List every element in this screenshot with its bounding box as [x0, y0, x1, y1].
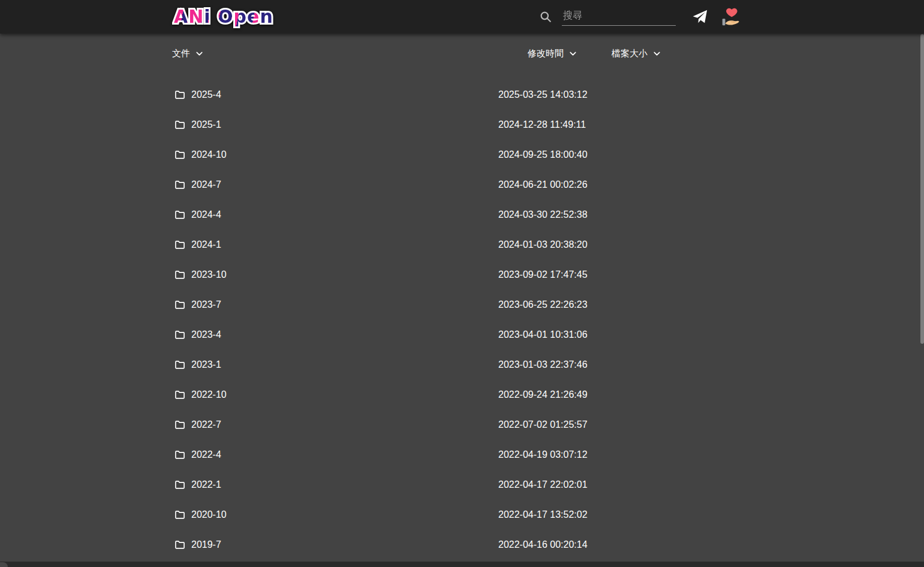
file-name: 2019-7	[191, 539, 221, 550]
app-logo-text: ANi Open	[174, 6, 273, 27]
file-modified: 2024-09-25 18:00:40	[498, 149, 612, 160]
file-name: 2022-10	[191, 389, 227, 400]
folder-icon	[174, 299, 186, 311]
file-row[interactable]: 2025-4 2025-03-25 14:03:12	[174, 80, 742, 110]
telegram-paper-plane-icon	[690, 8, 709, 26]
folder-icon	[174, 509, 186, 521]
file-row[interactable]: 2022-1 2022-04-17 22:02:01	[174, 470, 742, 500]
file-name-cell: 2023-10	[174, 269, 498, 281]
file-row[interactable]: 2025-1 2024-12-28 11:49:11	[174, 110, 742, 140]
sort-by-size-button[interactable]: 檔案大小	[612, 40, 662, 67]
file-name-cell: 2023-7	[174, 299, 498, 311]
file-name-cell: 2022-4	[174, 449, 498, 461]
file-modified: 2023-04-01 10:31:06	[498, 329, 612, 340]
sort-size-label: 檔案大小	[612, 48, 648, 59]
file-modified: 2023-09-02 17:47:45	[498, 269, 612, 280]
file-row[interactable]: 2022-10 2022-09-24 21:26:49	[174, 380, 742, 410]
file-name-cell: 2024-4	[174, 209, 498, 221]
app-bar: ANi Open ANi Open	[0, 0, 924, 34]
file-name-cell: 2024-1	[174, 239, 498, 251]
telegram-button[interactable]	[690, 8, 709, 26]
file-list: 2025-4 2025-03-25 14:03:12 2025-1 2024-1…	[174, 80, 742, 560]
file-browser: 文件 修改時間 檔案大小 2	[174, 40, 742, 560]
file-modified: 2023-06-25 22:26:23	[498, 299, 612, 310]
app-bar-actions	[539, 5, 742, 28]
sort-header-row: 文件 修改時間 檔案大小	[174, 40, 742, 67]
file-name-cell: 2022-1	[174, 479, 498, 491]
sort-by-name-button[interactable]: 文件	[172, 40, 204, 67]
file-modified: 2024-06-21 00:02:26	[498, 179, 612, 190]
app-logo[interactable]: ANi Open ANi Open	[174, 6, 273, 28]
donate-button[interactable]	[720, 5, 742, 28]
file-modified: 2024-01-03 20:38:20	[498, 239, 612, 250]
chevron-down-icon	[194, 49, 204, 59]
file-modified: 2023-01-03 22:37:46	[498, 359, 612, 370]
sort-name-label: 文件	[172, 48, 190, 59]
file-modified: 2025-03-25 14:03:12	[498, 89, 612, 100]
file-name: 2022-1	[191, 479, 221, 490]
folder-icon	[174, 149, 186, 161]
file-name-cell: 2023-4	[174, 329, 498, 341]
file-row[interactable]: 2022-7 2022-07-02 01:25:57	[174, 410, 742, 440]
file-name: 2022-7	[191, 419, 221, 430]
search-input[interactable]	[562, 8, 676, 26]
folder-icon	[174, 449, 186, 461]
folder-icon	[174, 359, 186, 371]
file-name-cell: 2024-10	[174, 149, 498, 161]
file-row[interactable]: 2024-7 2024-06-21 00:02:26	[174, 170, 742, 200]
file-row[interactable]: 2023-7 2023-06-25 22:26:23	[174, 290, 742, 320]
file-modified: 2024-12-28 11:49:11	[498, 119, 612, 130]
file-name: 2022-4	[191, 449, 221, 460]
folder-icon	[174, 89, 186, 101]
file-name: 2024-1	[191, 239, 221, 250]
file-modified: 2022-07-02 01:25:57	[498, 419, 612, 430]
folder-icon	[174, 119, 186, 131]
file-name-cell: 2023-1	[174, 359, 498, 371]
file-name: 2025-1	[191, 119, 221, 130]
file-name-cell: 2025-1	[174, 119, 498, 131]
heart-in-hand-icon	[720, 5, 742, 28]
file-row[interactable]: 2023-1 2023-01-03 22:37:46	[174, 350, 742, 380]
file-name-cell: 2025-4	[174, 89, 498, 101]
file-row[interactable]: 2023-4 2023-04-01 10:31:06	[174, 320, 742, 350]
folder-icon	[174, 209, 186, 221]
file-modified: 2024-03-30 22:52:38	[498, 209, 612, 220]
file-row[interactable]: 2024-1 2024-01-03 20:38:20	[174, 230, 742, 260]
file-name: 2023-1	[191, 359, 221, 370]
footer-strip	[0, 562, 924, 567]
file-name: 2023-4	[191, 329, 221, 340]
folder-icon	[174, 329, 186, 341]
folder-icon	[174, 389, 186, 401]
file-name: 2024-4	[191, 209, 221, 220]
file-row[interactable]: 2019-7 2022-04-16 00:20:14	[174, 530, 742, 560]
file-name-cell: 2024-7	[174, 179, 498, 191]
file-name: 2025-4	[191, 89, 221, 100]
file-modified: 2022-04-16 00:20:14	[498, 539, 612, 550]
file-name-cell: 2022-10	[174, 389, 498, 401]
app-bar-content: ANi Open ANi Open	[174, 0, 742, 34]
folder-icon	[174, 479, 186, 491]
vertical-scrollbar-thumb[interactable]	[920, 34, 924, 344]
file-row[interactable]: 2024-10 2024-09-25 18:00:40	[174, 140, 742, 170]
file-name-cell: 2019-7	[174, 539, 498, 551]
file-name: 2023-7	[191, 299, 221, 310]
file-modified: 2022-09-24 21:26:49	[498, 389, 612, 400]
file-name-cell: 2022-7	[174, 419, 498, 431]
file-name: 2024-7	[191, 179, 221, 190]
file-modified: 2022-04-19 03:07:12	[498, 449, 612, 460]
chevron-down-icon	[652, 49, 662, 59]
file-row[interactable]: 2020-10 2022-04-17 13:52:02	[174, 500, 742, 530]
file-row[interactable]: 2024-4 2024-03-30 22:52:38	[174, 200, 742, 230]
file-name: 2024-10	[191, 149, 227, 160]
chevron-down-icon	[568, 49, 578, 59]
file-name: 2020-10	[191, 509, 227, 520]
file-row[interactable]: 2022-4 2022-04-19 03:07:12	[174, 440, 742, 470]
folder-icon	[174, 539, 186, 551]
sort-by-modified-button[interactable]: 修改時間	[528, 40, 578, 67]
file-name-cell: 2020-10	[174, 509, 498, 521]
sort-modified-label: 修改時間	[528, 48, 564, 59]
folder-icon	[174, 239, 186, 251]
search-icon	[539, 10, 552, 23]
file-name: 2023-10	[191, 269, 227, 280]
file-row[interactable]: 2023-10 2023-09-02 17:47:45	[174, 260, 742, 290]
